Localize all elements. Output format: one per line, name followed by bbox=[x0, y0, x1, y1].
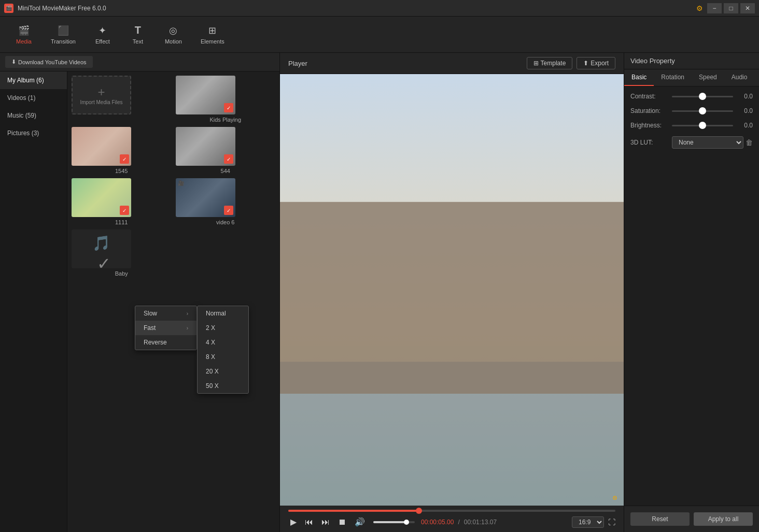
template-button[interactable]: ⊞ Template bbox=[527, 57, 573, 69]
settings-icon[interactable]: ⚙ bbox=[696, 4, 703, 12]
next-frame-button[interactable]: ⏭ bbox=[319, 516, 332, 528]
media-item-1545[interactable]: ✓ 1545 bbox=[72, 127, 172, 174]
toolbar-media[interactable]: 🎬 Media bbox=[8, 22, 39, 48]
toolbar-elements[interactable]: ⊞ Elements bbox=[193, 22, 232, 48]
volume-bar[interactable] bbox=[373, 521, 415, 523]
left-panel: ⬇ Download YouTube Videos My Album (6) V… bbox=[0, 53, 280, 532]
saturation-label: Saturation: bbox=[630, 107, 672, 114]
media-item-kids-playing[interactable]: ✓ Kids Playing bbox=[176, 76, 276, 123]
submenu-20x[interactable]: 20 X bbox=[198, 364, 248, 379]
contrast-slider[interactable] bbox=[672, 96, 733, 97]
lut-delete-button[interactable]: 🗑 bbox=[746, 138, 753, 147]
export-label: Export bbox=[591, 60, 609, 67]
close-button[interactable]: ✕ bbox=[740, 3, 755, 13]
title-bar: 🎬 MiniTool MovieMaker Free 6.0.0 ⚙ − □ ✕ bbox=[0, 0, 759, 17]
toolbar-text[interactable]: T Text bbox=[122, 21, 153, 48]
progress-bar-container[interactable] bbox=[288, 510, 615, 512]
volume-thumb[interactable] bbox=[404, 520, 409, 525]
tab-rotation[interactable]: Rotation bbox=[654, 69, 692, 86]
label-video6: video 6 bbox=[176, 219, 276, 225]
tab-audio-label: Audio bbox=[732, 74, 748, 81]
sidebar-item-music[interactable]: Music (59) bbox=[0, 107, 67, 124]
speed-context-menu: Slow › Fast › Reverse bbox=[135, 306, 197, 350]
template-icon: ⊞ bbox=[533, 60, 539, 67]
prev-frame-button[interactable]: ⏮ bbox=[303, 516, 315, 528]
minimize-button[interactable]: − bbox=[707, 3, 722, 13]
toolbar-transition[interactable]: ⬛ Transition bbox=[44, 22, 83, 48]
download-label: Download YouTube Videos bbox=[18, 59, 87, 65]
submenu-2x[interactable]: 2 X bbox=[198, 321, 248, 335]
tab-speed-label: Speed bbox=[699, 74, 717, 81]
kids-playing-thumb: ✓ bbox=[176, 76, 235, 114]
saturation-slider[interactable] bbox=[672, 110, 733, 112]
tab-speed[interactable]: Speed bbox=[692, 69, 724, 86]
media-icon: 🎬 bbox=[18, 25, 30, 36]
property-tabs: Basic Rotation Speed Audio bbox=[624, 69, 759, 87]
label-1545: 1545 bbox=[72, 168, 172, 174]
submenu-50x[interactable]: 50 X bbox=[198, 379, 248, 393]
video-player: ⚙ bbox=[280, 74, 624, 506]
speed-menu-reverse[interactable]: Reverse bbox=[135, 335, 196, 350]
brightness-slider[interactable] bbox=[672, 125, 733, 126]
sidebar-item-videos[interactable]: Videos (1) bbox=[0, 89, 67, 107]
main-content: ⬇ Download YouTube Videos My Album (6) V… bbox=[0, 53, 759, 532]
player-header: Player ⊞ Template ⬆ Export bbox=[280, 53, 624, 74]
sidebar-pictures-label: Pictures (3) bbox=[7, 130, 39, 137]
submenu-4x[interactable]: 4 X bbox=[198, 335, 248, 350]
label-1111: 1111 bbox=[72, 219, 172, 225]
stop-button[interactable]: ⏹ bbox=[336, 516, 348, 528]
media-item-video6[interactable]: 🎥 ✓ video 6 bbox=[176, 178, 276, 225]
fullscreen-button[interactable]: ⛶ bbox=[608, 518, 615, 526]
progress-thumb[interactable] bbox=[416, 508, 422, 514]
saturation-row: Saturation: 0.0 bbox=[630, 107, 753, 114]
video-property-title: Video Property bbox=[630, 57, 675, 65]
toolbar-motion[interactable]: ◎ Motion bbox=[158, 22, 189, 48]
motion-label: Motion bbox=[165, 38, 182, 45]
export-button[interactable]: ⬆ Export bbox=[577, 57, 615, 69]
slow-arrow: › bbox=[187, 311, 188, 317]
submenu-normal[interactable]: Normal bbox=[198, 306, 248, 321]
media-item-baby[interactable]: 🎵 ✓ Baby bbox=[72, 229, 172, 277]
media-item-1111[interactable]: ✓ 1111 bbox=[72, 178, 172, 225]
tab-audio[interactable]: Audio bbox=[724, 69, 755, 86]
submenu-8x[interactable]: 8 X bbox=[198, 350, 248, 364]
text-label: Text bbox=[133, 38, 143, 45]
aspect-ratio-select[interactable]: 16:9 4:3 1:1 9:16 bbox=[572, 516, 604, 528]
motion-icon: ◎ bbox=[169, 25, 177, 36]
progress-bar[interactable] bbox=[288, 510, 615, 512]
media-grid-inner: + Import Media Files ✓ Kids Playing bbox=[72, 76, 275, 277]
8x-speed-label: 8 X bbox=[206, 353, 215, 361]
label-baby: Baby bbox=[72, 270, 172, 277]
play-button[interactable]: ▶ bbox=[288, 516, 299, 528]
toolbar-effect[interactable]: ✦ Effect bbox=[87, 22, 118, 48]
brightness-slider-container bbox=[672, 125, 733, 126]
speed-menu-slow[interactable]: Slow › bbox=[135, 306, 196, 321]
player-title: Player bbox=[288, 60, 307, 67]
sidebar-item-pictures[interactable]: Pictures (3) bbox=[0, 124, 67, 142]
brightness-label: Brightness: bbox=[630, 122, 672, 129]
apply-all-button[interactable]: Apply to all bbox=[694, 512, 753, 526]
media-grid: + Import Media Files ✓ Kids Playing bbox=[67, 71, 279, 532]
player-controls: ▶ ⏮ ⏭ ⏹ 🔊 00:00:05.00 / 00:01:13.07 16:9… bbox=[280, 506, 624, 532]
check-icon: ✓ bbox=[120, 154, 129, 164]
fast-speed-submenu: Normal 2 X 4 X 8 X 20 X 50 X bbox=[197, 306, 249, 394]
maximize-button[interactable]: □ bbox=[724, 3, 738, 13]
volume-button[interactable]: 🔊 bbox=[353, 516, 367, 528]
import-placeholder[interactable]: + Import Media Files bbox=[72, 76, 131, 114]
check-icon: ✓ bbox=[120, 206, 129, 215]
music-thumb: 🎵 ✓ bbox=[72, 229, 131, 268]
media-item-544[interactable]: ✓ 544 bbox=[176, 127, 276, 174]
watermark: ⚙ bbox=[612, 495, 617, 501]
tab-basic-label: Basic bbox=[631, 74, 646, 81]
lut-row: 3D LUT: None 🗑 bbox=[630, 136, 753, 149]
check-icon: ✓ bbox=[97, 254, 106, 263]
download-youtube-button[interactable]: ⬇ Download YouTube Videos bbox=[5, 56, 93, 68]
lut-select[interactable]: None bbox=[672, 136, 743, 149]
reset-button[interactable]: Reset bbox=[630, 512, 690, 526]
import-media-item[interactable]: + Import Media Files bbox=[72, 76, 172, 123]
thumb-1545: ✓ bbox=[72, 127, 131, 166]
sidebar-item-album[interactable]: My Album (6) bbox=[0, 71, 67, 89]
speed-menu-fast[interactable]: Fast › bbox=[135, 321, 196, 335]
tab-basic[interactable]: Basic bbox=[624, 69, 654, 86]
volume-fill bbox=[373, 521, 406, 523]
